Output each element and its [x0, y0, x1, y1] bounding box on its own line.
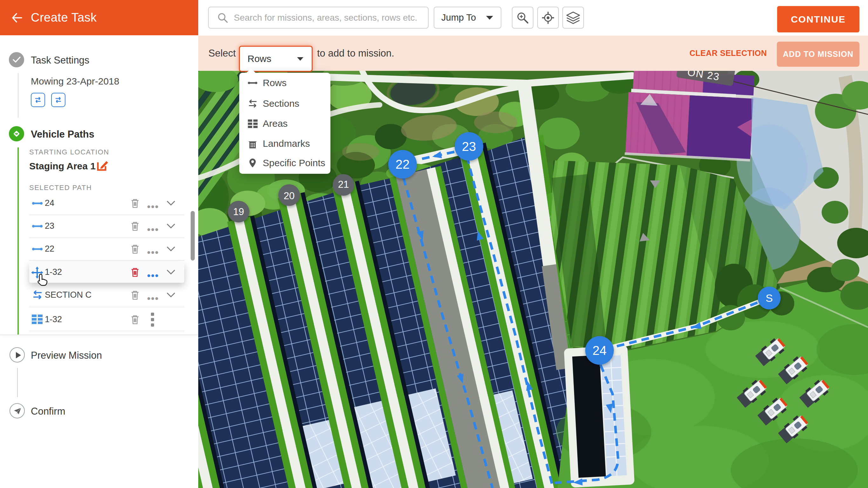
svg-text:24: 24 [593, 343, 607, 358]
svg-text:23: 23 [462, 140, 476, 153]
svg-text:S: S [766, 292, 773, 304]
svg-text:19: 19 [233, 206, 244, 217]
svg-text:22: 22 [396, 157, 410, 171]
svg-text:20: 20 [284, 190, 294, 202]
svg-text:21: 21 [338, 179, 349, 190]
